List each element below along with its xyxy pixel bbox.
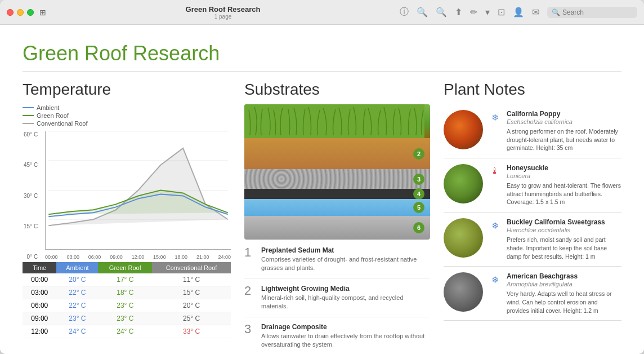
search-icon: 🔍 bbox=[552, 8, 560, 16]
layer-grass: 1 bbox=[244, 104, 430, 138]
plant-photo bbox=[444, 164, 483, 203]
plant-desc: Very hardy. Adapts well to heat stress o… bbox=[507, 290, 621, 315]
table-row: 09:00 23° C 23° C 25° C bbox=[23, 312, 231, 325]
x-axis-labels: 00:00 03:00 06:00 09:00 12:00 15:00 18:0… bbox=[45, 253, 231, 260]
info-icon[interactable]: ⓘ bbox=[400, 6, 409, 18]
legend-ambient: Ambient bbox=[23, 104, 231, 111]
substrate-title-3: Drainage Composite bbox=[261, 323, 430, 331]
sidebar-toggle-icon[interactable]: ⊞ bbox=[39, 8, 46, 17]
cell-conv: 15° C bbox=[152, 286, 231, 299]
substrate-item-2: 2 Lightweight Growing Media Mineral-rich… bbox=[244, 285, 430, 317]
temperature-table: Time Ambient Green Roof Conventional Roo… bbox=[23, 262, 231, 338]
plant-item: 🌡 Honeysuckle Lonicera Easy to grow and … bbox=[444, 158, 621, 213]
substrate-text-2: Lightweight Growing Media Mineral-rich s… bbox=[261, 285, 430, 311]
layer-gravel: 3 bbox=[244, 169, 430, 189]
maximize-button[interactable] bbox=[27, 9, 34, 16]
zoom-out-icon[interactable]: 🔍 bbox=[417, 7, 428, 17]
cell-time: 06:00 bbox=[23, 299, 56, 312]
temperature-title: Temperature bbox=[23, 81, 231, 99]
cell-conv: 11° C bbox=[152, 273, 231, 286]
legend-line-ambient bbox=[23, 107, 34, 108]
traffic-lights bbox=[7, 9, 34, 16]
temperature-chart bbox=[46, 131, 231, 249]
substrate-text-3: Drainage Composite Allows rainwater to d… bbox=[261, 323, 430, 349]
plant-icon-col: ❄ bbox=[489, 272, 501, 285]
x-label-2100: 21:00 bbox=[196, 254, 209, 260]
x-label-0900: 09:00 bbox=[110, 254, 123, 260]
substrate-title-1: Preplanted Sedum Mat bbox=[261, 246, 430, 254]
x-label-0600: 06:00 bbox=[88, 254, 101, 260]
substrate-desc-1: Comprises varieties of drought- and fros… bbox=[261, 255, 430, 273]
layer-soil: 2 bbox=[244, 138, 430, 169]
cell-greenroof: 24° C bbox=[98, 325, 152, 338]
chart-area bbox=[45, 131, 231, 250]
cell-ambient: 22° C bbox=[56, 286, 98, 299]
cell-ambient: 24° C bbox=[56, 325, 98, 338]
y-label-30: 30° C bbox=[24, 193, 38, 199]
snowflake-icon: ❄ bbox=[491, 112, 499, 123]
page-title: Green Roof Research bbox=[23, 42, 621, 72]
temperature-table-body: 00:00 20° C 17° C 11° C 03:00 22° C 18° … bbox=[23, 273, 231, 338]
pen-icon[interactable]: ✏ bbox=[470, 7, 477, 17]
cell-time: 12:00 bbox=[23, 325, 56, 338]
chart-container: 60° C 45° C 30° C 15° C 0° C bbox=[45, 131, 231, 260]
layer-num-5: 5 bbox=[413, 202, 424, 213]
plant-info: California Poppy Eschscholzia californic… bbox=[507, 110, 621, 152]
plant-icon-col: 🌡 bbox=[489, 164, 501, 176]
chart-legend: Ambient Green Roof Conventional Roof bbox=[23, 104, 231, 127]
layer-num-2: 2 bbox=[413, 148, 424, 160]
col-header-conv: Conventional Roof bbox=[152, 262, 231, 273]
main-content: Green Roof Research Temperature Ambient … bbox=[0, 25, 644, 354]
substrate-title-2: Lightweight Growing Media bbox=[261, 285, 430, 293]
plant-info: Honeysuckle Lonicera Easy to grow and he… bbox=[507, 164, 621, 206]
cell-conv: 20° C bbox=[152, 299, 231, 312]
plant-scientific: Lonicera bbox=[507, 172, 621, 179]
substrate-item-3: 3 Drainage Composite Allows rainwater to… bbox=[244, 323, 430, 354]
substrates-title: Substrates bbox=[244, 81, 430, 99]
snowflake-icon: ❄ bbox=[491, 220, 499, 231]
add-page-icon[interactable]: ⊡ bbox=[498, 7, 505, 17]
table-row: 12:00 24° C 24° C 33° C bbox=[23, 325, 231, 338]
substrate-desc-2: Mineral-rich soil, high-quality compost,… bbox=[261, 294, 430, 311]
app-window: ⊞ Green Roof Research 1 page ⓘ 🔍 🔍 ⬆ ✏ ▾… bbox=[0, 0, 644, 354]
substrate-num-1: 1 bbox=[244, 246, 256, 259]
share-icon[interactable]: ⬆ bbox=[455, 7, 462, 17]
x-label-0000: 00:00 bbox=[45, 254, 58, 260]
plant-photo bbox=[444, 272, 483, 312]
substrates-section: Substrates 1 bbox=[244, 81, 430, 354]
grass-svg bbox=[244, 104, 424, 138]
plant-list: ❄ California Poppy Eschscholzia californ… bbox=[444, 104, 621, 321]
cell-conv: 25° C bbox=[152, 312, 231, 325]
plant-item: ❄ Buckley California Sweetgrass Hierochl… bbox=[444, 213, 621, 267]
y-label-0: 0° C bbox=[24, 254, 38, 260]
close-button[interactable] bbox=[7, 9, 14, 16]
markup-icon[interactable]: ✉ bbox=[532, 7, 539, 17]
plant-name: Honeysuckle bbox=[507, 164, 621, 172]
layer-num-4: 4 bbox=[413, 188, 424, 200]
minimize-button[interactable] bbox=[17, 9, 24, 16]
layer-num-6: 6 bbox=[413, 222, 424, 233]
x-label-1200: 12:00 bbox=[132, 254, 145, 260]
cell-time: 09:00 bbox=[23, 312, 56, 325]
legend-line-conv bbox=[23, 123, 34, 124]
zoom-in-icon[interactable]: 🔍 bbox=[436, 7, 447, 17]
temperature-section: Temperature Ambient Green Roof Conventio… bbox=[23, 81, 231, 354]
plant-desc: Easy to grow and heat-tolerant. The flow… bbox=[507, 182, 621, 206]
cell-ambient: 20° C bbox=[56, 273, 98, 286]
titlebar: ⊞ Green Roof Research 1 page ⓘ 🔍 🔍 ⬆ ✏ ▾… bbox=[0, 0, 644, 25]
three-column-layout: Temperature Ambient Green Roof Conventio… bbox=[23, 81, 621, 354]
plant-photo bbox=[444, 110, 483, 149]
cell-greenroof: 18° C bbox=[98, 286, 152, 299]
legend-label-greenroof: Green Roof bbox=[37, 112, 69, 119]
plant-notes-title: Plant Notes bbox=[444, 81, 621, 99]
plant-desc: A strong performer on the roof. Moderate… bbox=[507, 127, 621, 152]
search-input[interactable] bbox=[562, 8, 630, 16]
search-bar[interactable]: 🔍 bbox=[547, 7, 637, 18]
cell-ambient: 23° C bbox=[56, 312, 98, 325]
substrate-num-3: 3 bbox=[244, 323, 256, 335]
user-icon[interactable]: 👤 bbox=[513, 7, 524, 17]
pen-chevron-icon[interactable]: ▾ bbox=[485, 7, 490, 17]
plant-info: American Beachgrass Ammophila breviligul… bbox=[507, 272, 621, 315]
toolbar-tools: ⓘ 🔍 🔍 ⬆ ✏ ▾ ⊡ 👤 ✉ 🔍 bbox=[400, 6, 637, 18]
substrate-desc-3: Allows rainwater to drain effectively fr… bbox=[261, 332, 430, 349]
